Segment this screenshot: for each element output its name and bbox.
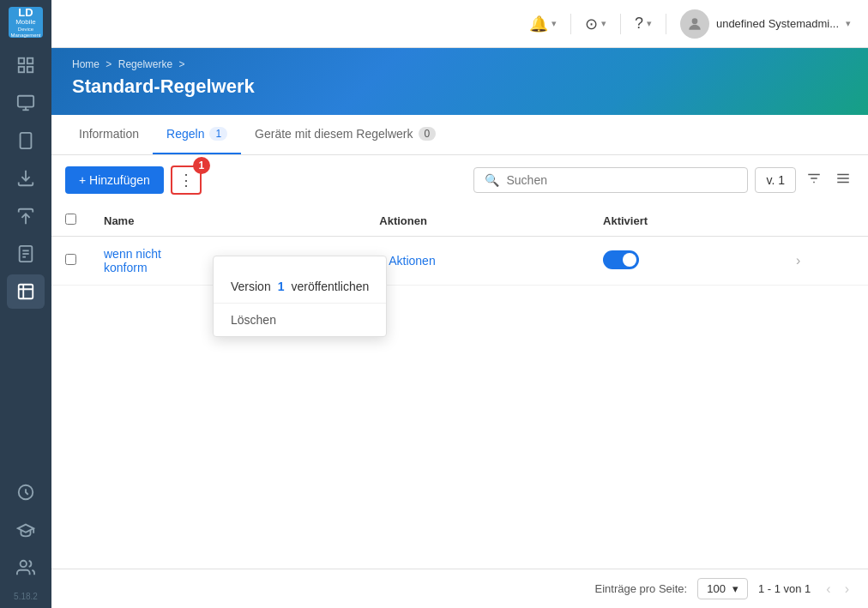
- content-area: Information Regeln 1 Geräte mit diesem R…: [51, 115, 868, 608]
- add-button[interactable]: + Hinzufügen: [65, 166, 164, 194]
- help-group[interactable]: ? ▾: [635, 15, 652, 33]
- toolbar: + Hinzufügen ⋮ 1 🔍 v. 1: [51, 155, 868, 205]
- sidebar-item-users[interactable]: [7, 551, 45, 585]
- more-button-wrapper: ⋮ 1: [171, 166, 202, 195]
- entries-label: Einträge pro Seite:: [595, 582, 688, 595]
- publish-suffix: veröffentlichen: [292, 280, 370, 293]
- col-checkbox: [51, 205, 90, 237]
- sidebar-item-apps[interactable]: [7, 86, 45, 120]
- col-name-header: Name: [90, 205, 365, 237]
- per-page-chevron: ▾: [732, 582, 738, 595]
- rules-table: Name Aktionen Aktiviert wenn nichtkonfor…: [51, 205, 868, 286]
- table-row: wenn nichtkonform 1 Aktionen ›: [51, 237, 868, 286]
- footer: Einträge pro Seite: 100 ▾ 1 - 1 von 1 ‹ …: [51, 569, 868, 608]
- topbar-divider-3: [666, 14, 666, 34]
- row-checkbox[interactable]: [65, 254, 76, 265]
- activity-group[interactable]: ⊙ ▾: [585, 15, 606, 33]
- per-page-value: 100: [707, 582, 726, 595]
- topbar: 🔔 ▾ ⊙ ▾ ? ▾ undefined Systemadmi... ▾: [51, 0, 868, 48]
- row-activated-cell: [589, 237, 782, 286]
- dropdown-publish-item[interactable]: Version 1 veröffentlichen: [214, 270, 386, 304]
- dropdown-menu: 2 Version 1 veröffentlichen Löschen: [213, 256, 387, 337]
- app-logo: LD Mobile Device Management: [9, 7, 43, 38]
- activated-toggle[interactable]: [603, 250, 639, 269]
- filter-button[interactable]: [803, 167, 825, 193]
- version-badge: v. 1: [755, 167, 796, 193]
- list-icon: [835, 171, 851, 186]
- tab-regeln-badge: 1: [209, 127, 227, 141]
- search-icon: 🔍: [485, 173, 499, 187]
- col-activated-header: Aktiviert: [589, 205, 782, 237]
- col-actions-header: Aktionen: [365, 205, 589, 237]
- dropdown-delete-item[interactable]: Löschen: [214, 304, 386, 336]
- row-actions-cell: 1 Aktionen: [365, 237, 589, 286]
- svg-rect-7: [21, 133, 32, 148]
- topbar-divider-1: [570, 14, 571, 34]
- delete-label: Löschen: [231, 313, 276, 327]
- svg-rect-3: [27, 67, 33, 72]
- page-title: Standard-Regelwerk: [72, 75, 847, 98]
- help-icon: ?: [635, 15, 643, 33]
- sidebar-item-graduation[interactable]: [7, 513, 45, 547]
- publish-prefix: Version: [231, 280, 271, 293]
- svg-rect-1: [27, 58, 33, 63]
- svg-rect-4: [18, 96, 33, 107]
- avatar: [680, 9, 709, 39]
- tab-geraete[interactable]: Geräte mit diesem Regelwerk 0: [241, 115, 449, 154]
- sidebar-item-circle[interactable]: [7, 475, 45, 509]
- svg-rect-0: [19, 58, 24, 63]
- username-label: undefined Systemadmi...: [716, 17, 839, 30]
- topbar-divider-2: [620, 14, 621, 34]
- row-checkbox-cell: [51, 237, 90, 286]
- tab-regeln[interactable]: Regeln 1: [153, 115, 241, 154]
- sidebar-item-rules[interactable]: [7, 274, 45, 309]
- user-chevron-icon: ▾: [846, 18, 851, 29]
- breadcrumb-home[interactable]: Home: [72, 58, 99, 70]
- prev-page-button[interactable]: ‹: [821, 580, 835, 599]
- user-menu[interactable]: undefined Systemadmi... ▾: [680, 9, 851, 39]
- page-range: 1 - 1 von 1: [758, 582, 811, 595]
- col-detail-header: [782, 205, 868, 237]
- sidebar-item-download[interactable]: [7, 161, 45, 196]
- search-box: 🔍: [473, 167, 748, 193]
- step-badge-1: 1: [193, 157, 210, 174]
- svg-point-14: [21, 561, 27, 567]
- list-view-button[interactable]: [832, 167, 854, 193]
- breadcrumb-regelwerke[interactable]: Regelwerke: [118, 58, 172, 70]
- actions-link[interactable]: 1 Aktionen: [379, 254, 435, 268]
- sidebar-item-dashboard[interactable]: [7, 48, 45, 82]
- sidebar-item-upload[interactable]: [7, 199, 45, 233]
- main-content: 🔔 ▾ ⊙ ▾ ? ▾ undefined Systemadmi... ▾ Ho…: [51, 0, 868, 608]
- row-detail-chevron[interactable]: ›: [796, 253, 800, 268]
- table-container: Name Aktionen Aktiviert wenn nichtkonfor…: [51, 205, 868, 569]
- toggle-knob: [623, 253, 636, 267]
- tab-information[interactable]: Information: [65, 115, 153, 154]
- svg-rect-2: [19, 67, 24, 72]
- ellipsis-icon: ⋮: [178, 171, 194, 190]
- sidebar-item-policy[interactable]: [7, 237, 45, 271]
- search-input[interactable]: [506, 173, 737, 187]
- pagination-nav: ‹ ›: [821, 580, 854, 599]
- publish-version: 1: [278, 280, 285, 293]
- next-page-button[interactable]: ›: [840, 580, 854, 599]
- sidebar: LD Mobile Device Management 5.18.2: [0, 0, 51, 608]
- breadcrumb: Home > Regelwerke >: [72, 58, 847, 70]
- notifications-group[interactable]: 🔔 ▾: [529, 15, 557, 33]
- app-version: 5.18.2: [14, 592, 38, 601]
- row-detail-cell: ›: [782, 237, 868, 286]
- sidebar-item-devices[interactable]: [7, 123, 45, 158]
- select-all-checkbox[interactable]: [65, 214, 76, 225]
- per-page-select[interactable]: 100 ▾: [697, 578, 748, 599]
- tab-geraete-badge: 0: [419, 127, 437, 141]
- activity-icon: ⊙: [585, 15, 598, 33]
- tabs: Information Regeln 1 Geräte mit diesem R…: [51, 115, 868, 155]
- filter-icon: [806, 171, 822, 186]
- bell-icon: 🔔: [529, 15, 548, 33]
- svg-point-15: [692, 18, 698, 24]
- page-header: Home > Regelwerke > Standard-Regelwerk: [51, 48, 868, 115]
